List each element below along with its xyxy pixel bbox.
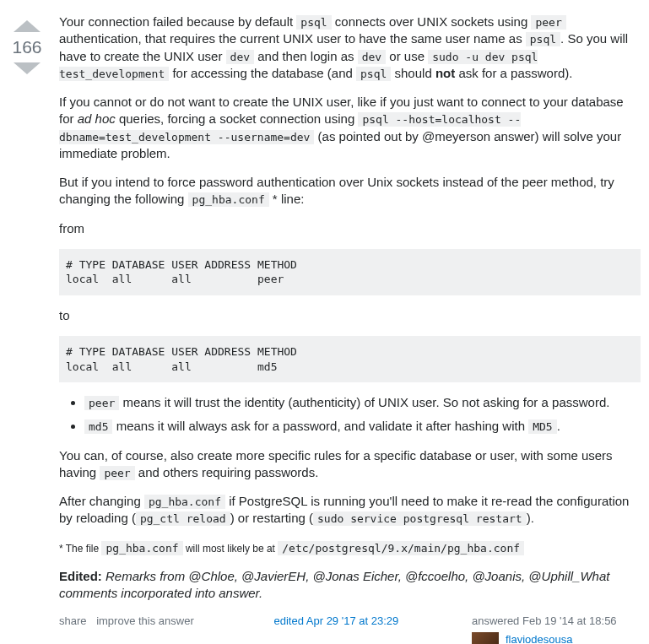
upvote-button[interactable] [8, 17, 46, 34]
answered-time: answered Feb 19 '14 at 18:56 [472, 614, 641, 629]
paragraph: You can, of course, also create more spe… [59, 447, 641, 482]
answer-post: 166 Your connection failed because by de… [8, 14, 641, 644]
code-inline: md5 [84, 419, 112, 434]
code-inline: MD5 [528, 419, 556, 434]
list-item: peer means it will trust the identity (a… [84, 394, 641, 411]
code-inline: psql [356, 67, 391, 81]
code-block-from: # TYPE DATABASE USER ADDRESS METHOD loca… [59, 249, 641, 295]
edited-link[interactable]: edited Apr 29 '17 at 23:29 [273, 614, 398, 644]
code-inline: peer [84, 396, 119, 410]
code-inline: pg_hba.conf [101, 541, 182, 555]
code-inline: /etc/postgresql/9.x/main/pg_hba.conf [278, 541, 524, 555]
label-from: from [59, 220, 641, 237]
post-menu: share improve this answer edited Apr 29 … [59, 614, 641, 644]
code-inline: pg_hba.conf [144, 495, 225, 509]
vote-cell: 166 [8, 14, 46, 644]
code-inline: psql [296, 15, 331, 30]
paragraph: If you cannot or do not want to create t… [59, 94, 641, 162]
edited-paragraph: Edited: Remarks from @Chloe, @JavierEH, … [59, 568, 641, 603]
label-to: to [59, 307, 641, 324]
avatar[interactable] [472, 632, 499, 644]
footnote: * The file pg_hba.conf will most likely … [59, 539, 641, 556]
code-inline: dev [226, 50, 254, 64]
vote-count: 166 [8, 37, 46, 57]
user-name-link[interactable]: flaviodesousa [506, 632, 598, 644]
improve-link[interactable]: improve this answer [96, 614, 194, 627]
user-card: answered Feb 19 '14 at 18:56 flaviodesou… [472, 614, 641, 644]
code-inline: peer [100, 466, 134, 480]
menu-links: share improve this answer [59, 614, 201, 644]
paragraph: After changing pg_hba.conf if PostgreSQL… [59, 493, 641, 528]
share-link[interactable]: share [59, 614, 87, 627]
list-item: md5 means it will always ask for a passw… [84, 418, 641, 435]
bullet-list: peer means it will trust the identity (a… [59, 394, 641, 436]
code-inline: peer [531, 15, 565, 30]
code-inline: sudo service postgresql restart [313, 511, 527, 526]
code-inline: dev [358, 50, 386, 64]
code-block-to: # TYPE DATABASE USER ADDRESS METHOD loca… [59, 336, 641, 382]
code-inline: pg_ctl reload [136, 511, 230, 526]
code-inline: pg_hba.conf [188, 192, 269, 207]
post-body: Your connection failed because by defaul… [59, 14, 641, 644]
code-inline: psql [526, 32, 560, 46]
paragraph: But if you intend to force password auth… [59, 174, 641, 208]
downvote-button[interactable] [8, 61, 46, 78]
paragraph: Your connection failed because by defaul… [59, 14, 641, 82]
